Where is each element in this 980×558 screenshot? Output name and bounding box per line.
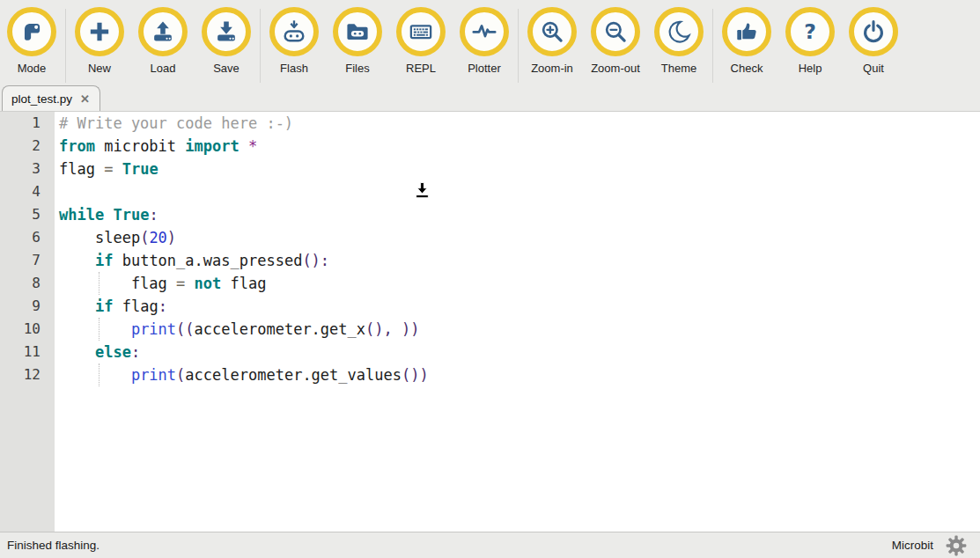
toolbar-button-label: Zoom-out: [591, 62, 640, 75]
toolbar-button-ring[interactable]: [591, 7, 640, 56]
toolbar-button-plotter[interactable]: Plotter: [453, 7, 516, 75]
zoom-in-icon: [539, 18, 565, 45]
toolbar-button-ring[interactable]: [654, 7, 704, 56]
toolbar-button-ring[interactable]: [722, 7, 771, 56]
toolbar-button-repl[interactable]: REPL: [389, 7, 453, 75]
quit-icon: [860, 18, 887, 45]
toolbar-button-quit[interactable]: Quit: [842, 7, 905, 75]
files-icon: [344, 18, 371, 45]
toolbar-button-mode[interactable]: Mode: [0, 7, 63, 75]
toolbar-button-ring[interactable]: [527, 7, 577, 56]
code-line-10[interactable]: print((accelerometer.get_x(), )): [59, 318, 980, 341]
code-token: if: [95, 252, 113, 269]
toolbar-button-check[interactable]: Check: [715, 7, 778, 75]
tab-plot-test[interactable]: plot_test.py ✕: [2, 85, 100, 111]
code-token: [59, 343, 95, 361]
check-icon: [733, 18, 760, 45]
code-token: not: [195, 275, 222, 292]
code-line-3[interactable]: flag = True: [59, 158, 980, 180]
code-editor[interactable]: 123456789101112 # Write your code here :…: [0, 112, 980, 532]
toolbar-button-ring[interactable]: [849, 7, 898, 56]
code-line-12[interactable]: print(accelerometer.get_values()): [59, 363, 980, 386]
code-token: [113, 160, 122, 178]
code-token: (: [140, 229, 149, 246]
toolbar-button-ring[interactable]: [7, 7, 56, 56]
line-number: 3: [0, 158, 41, 180]
code-token: if: [95, 297, 113, 315]
toolbar-button-new[interactable]: New: [68, 7, 131, 75]
load-icon: [150, 18, 176, 45]
code-line-8[interactable]: flag = not flag: [59, 272, 980, 295]
toolbar-button-ring[interactable]: ?: [785, 7, 835, 56]
toolbar-button-label: Plotter: [468, 62, 501, 75]
code-token: True: [122, 160, 158, 178]
code-line-5[interactable]: while True:: [59, 203, 980, 226]
code-line-11[interactable]: else:: [59, 341, 980, 363]
device-mode-label: Microbit: [892, 539, 933, 552]
code-token: sleep: [59, 229, 140, 246]
code-token: ():: [302, 252, 329, 269]
code-token: print: [131, 320, 176, 338]
line-number: 1: [0, 112, 41, 135]
toolbar-button-ring[interactable]: [460, 7, 509, 56]
toolbar-button-label: Zoom-in: [531, 62, 573, 75]
toolbar-button-help[interactable]: ?Help: [778, 7, 842, 75]
toolbar-button-ring[interactable]: [396, 7, 446, 56]
line-number: 4: [0, 180, 41, 203]
code-line-7[interactable]: if button_a.was_pressed():: [59, 249, 980, 272]
mode-icon: [18, 18, 45, 45]
tab-close-icon[interactable]: ✕: [80, 93, 90, 105]
toolbar-button-ring[interactable]: [138, 7, 188, 56]
indent-guide: [99, 272, 99, 295]
save-icon: [213, 18, 239, 45]
toolbar-button-label: Flash: [280, 62, 308, 75]
code-token: button_a.was_pressed: [113, 252, 302, 269]
toolbar-button-label: Theme: [661, 62, 696, 75]
code-token: flag: [221, 275, 266, 292]
toolbar-button-zoom-in[interactable]: Zoom-in: [520, 7, 584, 75]
help-icon: ?: [797, 18, 823, 45]
toolbar-separator: [712, 9, 713, 83]
line-number: 11: [0, 341, 41, 363]
toolbar-button-label: Load: [151, 62, 176, 75]
toolbar-button-files[interactable]: Files: [326, 7, 389, 75]
toolbar-button-load[interactable]: Load: [131, 7, 195, 75]
toolbar-button-flash[interactable]: Flash: [262, 7, 326, 75]
toolbar-button-ring[interactable]: [202, 7, 251, 56]
code-token: :: [149, 206, 158, 224]
code-line-1[interactable]: # Write your code here :-): [59, 112, 980, 135]
toolbar-button-zoom-out[interactable]: Zoom-out: [584, 7, 647, 75]
mouse-cursor-download-icon: [412, 180, 432, 202]
code-line-2[interactable]: from microbit import *: [59, 135, 980, 158]
line-number: 7: [0, 249, 41, 272]
toolbar-button-theme[interactable]: Theme: [647, 7, 711, 75]
indent-guide: [99, 363, 99, 386]
toolbar-button-ring[interactable]: [269, 7, 319, 56]
code-token: :: [131, 343, 140, 361]
theme-icon: [666, 18, 692, 45]
code-line-4[interactable]: [59, 180, 980, 203]
code-token: while: [59, 206, 104, 224]
toolbar-button-label: Mode: [18, 62, 47, 75]
code-token: )): [402, 320, 419, 338]
toolbar-button-ring[interactable]: [333, 7, 382, 56]
code-token: [59, 366, 131, 384]
code-token: ): [167, 229, 176, 246]
code-token: import: [185, 137, 239, 155]
code-token: *: [248, 137, 257, 155]
toolbar-button-label: Quit: [863, 62, 884, 75]
line-number: 12: [0, 363, 41, 386]
line-number: 8: [0, 272, 41, 295]
code-token: [393, 320, 402, 338]
toolbar: ModeNewLoadSaveFlashFilesREPLPlotterZoom…: [0, 0, 980, 85]
status-bar: Finished flashing. Microbit: [0, 532, 980, 558]
code-line-9[interactable]: if flag:: [59, 295, 980, 318]
toolbar-button-save[interactable]: Save: [195, 7, 258, 75]
settings-gear-icon[interactable]: [945, 534, 968, 557]
code-area[interactable]: # Write your code here :-)from microbit …: [55, 112, 980, 532]
code-token: accelerometer.get_x: [195, 320, 365, 338]
tab-bar: plot_test.py ✕: [0, 85, 980, 112]
code-line-6[interactable]: sleep(20): [59, 226, 980, 249]
line-number: 5: [0, 203, 41, 226]
toolbar-button-ring[interactable]: [75, 7, 124, 56]
